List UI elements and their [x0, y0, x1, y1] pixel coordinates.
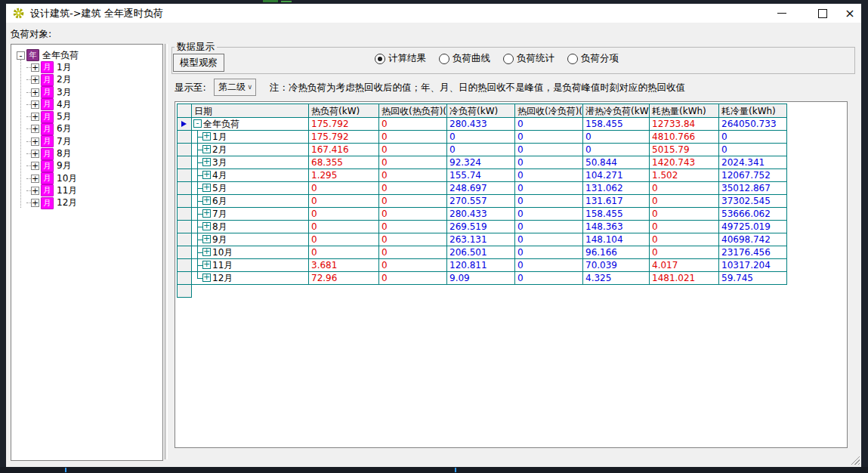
table-row[interactable]: +6月00270.5570131.617037302.545	[178, 195, 787, 208]
date-cell[interactable]: +11月	[192, 259, 309, 272]
expand-box[interactable]: +	[202, 261, 211, 269]
radio-负荷曲线[interactable]: 负荷曲线	[439, 52, 490, 65]
minimize-button[interactable]	[771, 4, 793, 23]
expand-box[interactable]: +	[202, 196, 211, 205]
column-header-2[interactable]: 热回收(热负荷)(kW)	[379, 104, 447, 118]
column-header-1[interactable]: 热负荷(kW)	[309, 104, 379, 118]
expand-box[interactable]: +	[202, 171, 211, 179]
column-header-5[interactable]: 潜热冷负荷(kW)	[583, 104, 650, 118]
tree-item-month-1[interactable]: +月1月	[26, 61, 162, 73]
expand-box[interactable]: +	[31, 199, 39, 207]
tree-item-root[interactable]: -年全年负荷	[17, 49, 162, 61]
row-indicator-cell[interactable]	[178, 272, 192, 285]
expand-box[interactable]: +	[202, 209, 211, 218]
tree-item-month-3[interactable]: +月3月	[26, 86, 162, 98]
table-row[interactable]: +1月175.79200004810.7660	[178, 131, 787, 144]
table-row[interactable]: +8月00269.5190148.363049725.019	[178, 221, 787, 233]
tree-item-month-6[interactable]: +月6月	[26, 123, 162, 135]
row-indicator-cell[interactable]	[178, 144, 192, 156]
date-cell[interactable]: +3月	[192, 156, 309, 169]
date-cell[interactable]: +5月	[192, 182, 309, 195]
date-cell[interactable]: +8月	[192, 221, 309, 233]
table-row[interactable]: +12月72.9609.0904.3251481.02159.745	[178, 272, 787, 285]
model-observe-button[interactable]: 模型观察	[173, 54, 224, 72]
expand-box[interactable]: +	[31, 150, 39, 158]
tree-item-month-9[interactable]: +月9月	[26, 160, 162, 172]
date-cell[interactable]: +12月	[192, 272, 309, 285]
maximize-button[interactable]	[811, 4, 834, 23]
tree-item-month-5[interactable]: +月5月	[26, 110, 162, 122]
column-header-3[interactable]: 冷负荷(kW)	[447, 104, 515, 118]
row-indicator-cell[interactable]	[178, 233, 192, 246]
row-indicator-cell[interactable]	[178, 208, 192, 221]
date-cell[interactable]: +6月	[192, 195, 309, 208]
column-header-6[interactable]: 耗热量(kWh)	[650, 104, 719, 118]
column-header-4[interactable]: 热回收(冷负荷)(kW)	[515, 104, 583, 118]
row-indicator-cell[interactable]	[178, 118, 192, 131]
expand-box[interactable]: +	[31, 138, 39, 146]
expand-box[interactable]: +	[202, 248, 211, 256]
row-indicator-cell[interactable]	[178, 246, 192, 259]
expand-box[interactable]: +	[31, 113, 39, 121]
date-cell[interactable]: +4月	[192, 169, 309, 182]
expand-box[interactable]: +	[202, 235, 211, 243]
date-cell[interactable]: -全年负荷	[192, 118, 309, 131]
expand-box[interactable]: +	[202, 158, 211, 166]
tree-item-month-8[interactable]: +月8月	[26, 147, 162, 159]
date-cell[interactable]: +9月	[192, 233, 309, 246]
table-row[interactable]: +10月00206.501096.166023176.456	[178, 246, 787, 259]
table-row[interactable]: +9月00263.1310148.104040698.742	[178, 233, 787, 246]
date-cell[interactable]: +7月	[192, 208, 309, 221]
collapse-box[interactable]: -	[193, 119, 202, 128]
table-row[interactable]: +7月00280.4330158.455053666.062	[178, 208, 787, 221]
level-select[interactable]: 第二级 ∨	[214, 79, 256, 96]
column-header-7[interactable]: 耗冷量(kWh)	[719, 104, 787, 118]
table-row[interactable]: +11月3.6810120.811070.0394.01710317.204	[178, 259, 787, 272]
value-cell: 72.96	[309, 272, 379, 285]
radio-计算结果[interactable]: 计算结果	[375, 52, 426, 65]
row-indicator-cell[interactable]	[178, 169, 192, 182]
row-indicator-cell[interactable]	[178, 195, 192, 208]
tree-item-month-10[interactable]: +月10月	[26, 172, 162, 184]
table-row[interactable]: +4月1.2950155.740104.2711.50212067.752	[178, 169, 787, 182]
date-cell[interactable]: +2月	[192, 144, 309, 156]
date-cell[interactable]: +10月	[192, 246, 309, 259]
table-row[interactable]: -全年负荷175.7920280.4330158.45512733.842640…	[178, 118, 787, 131]
expand-box[interactable]: +	[31, 100, 39, 109]
expand-box[interactable]: +	[31, 175, 39, 183]
radio-负荷统计[interactable]: 负荷统计	[503, 52, 554, 65]
tree-item-month-7[interactable]: +月7月	[26, 135, 162, 147]
expand-box[interactable]: +	[31, 88, 39, 97]
table-row[interactable]: +2月167.41600005015.790	[178, 144, 787, 156]
row-indicator-cell[interactable]	[178, 131, 192, 144]
table-row[interactable]: +5月00248.6970131.062035012.867	[178, 182, 787, 195]
expand-box[interactable]: +	[31, 125, 39, 133]
value-cell: 35012.867	[719, 182, 787, 195]
expand-box[interactable]: +	[202, 274, 211, 282]
expand-box[interactable]: +	[202, 145, 211, 153]
tree-item-month-4[interactable]: +月4月	[26, 98, 162, 110]
resize-grip[interactable]	[849, 455, 860, 465]
date-cell[interactable]: +1月	[192, 131, 309, 144]
row-indicator-cell[interactable]	[178, 156, 192, 169]
tree-item-month-12[interactable]: +月12月	[26, 197, 162, 209]
expand-box[interactable]: +	[31, 76, 39, 84]
expand-box[interactable]: +	[31, 162, 39, 170]
panel-splitter[interactable]	[165, 44, 168, 459]
row-indicator-cell[interactable]	[178, 259, 192, 272]
row-indicator-cell[interactable]	[178, 182, 192, 195]
tree-item-month-11[interactable]: +月11月	[26, 184, 162, 196]
tree-item-month-2[interactable]: +月2月	[26, 74, 162, 86]
expand-box[interactable]: +	[202, 132, 211, 141]
expand-box[interactable]: +	[31, 63, 39, 72]
row-indicator-cell[interactable]	[178, 221, 192, 233]
column-header-date[interactable]: 日期	[192, 104, 309, 118]
collapse-box[interactable]: -	[17, 51, 25, 60]
expand-box[interactable]: +	[31, 187, 39, 195]
radio-负荷分项[interactable]: 负荷分项	[567, 52, 619, 65]
expand-box[interactable]: +	[202, 222, 211, 230]
table-row[interactable]: +3月68.355092.324050.8441420.7432024.341	[178, 156, 787, 169]
close-button[interactable]: ×	[839, 4, 861, 23]
expand-box[interactable]: +	[202, 184, 211, 192]
row-indicator-cell[interactable]	[178, 285, 192, 298]
